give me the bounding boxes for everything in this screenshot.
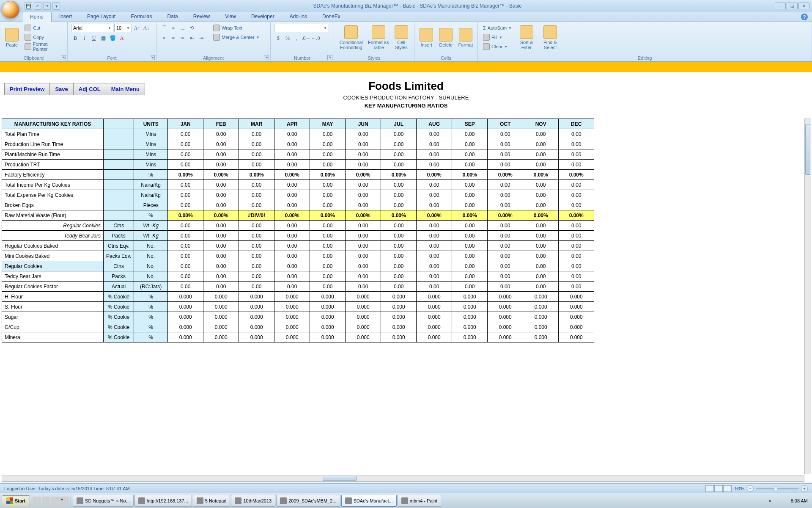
tab-formulas[interactable]: Formulas <box>123 12 159 22</box>
data-cell[interactable]: 0.00 <box>203 139 239 149</box>
data-cell[interactable]: 0.000 <box>274 332 310 342</box>
qat-more-icon[interactable]: ▾ <box>52 2 60 10</box>
close-button[interactable]: ✕ <box>798 3 809 9</box>
data-cell[interactable]: 0.00 <box>310 261 346 271</box>
data-cell[interactable]: 0.000 <box>203 332 239 342</box>
data-cell[interactable]: 0.00 <box>168 129 203 139</box>
data-cell[interactable]: 0.00 <box>452 231 488 241</box>
row-sub[interactable]: Ctns <box>104 221 134 231</box>
format-cells-button[interactable]: Format <box>457 24 474 52</box>
data-cell[interactable]: 0.00 <box>381 231 417 241</box>
italic-button[interactable]: I <box>80 34 89 42</box>
row-units[interactable]: % <box>134 312 168 322</box>
row-sub[interactable] <box>104 210 134 221</box>
data-cell[interactable]: 0.000 <box>417 312 452 322</box>
data-cell[interactable]: 0.00 <box>488 149 523 160</box>
data-cell[interactable]: 0.00 <box>381 190 417 200</box>
data-cell[interactable]: 0.00% <box>310 210 346 221</box>
data-cell[interactable]: 0.00 <box>274 149 310 160</box>
row-sub[interactable]: Ctns <box>104 261 134 271</box>
print-preview-button[interactable]: Print Preview <box>4 83 50 95</box>
taskbar-item[interactable]: http://192.168.137... <box>134 495 192 507</box>
data-cell[interactable]: 0.000 <box>488 322 523 332</box>
data-cell[interactable]: 0.00 <box>452 261 488 271</box>
data-cell[interactable]: 0.00 <box>274 231 310 241</box>
data-cell[interactable]: 0.00 <box>523 160 559 170</box>
row-label[interactable]: Production Line Run Time <box>2 139 104 149</box>
insert-cells-button[interactable]: Insert <box>418 24 435 52</box>
data-cell[interactable]: 0.00 <box>203 160 239 170</box>
row-label[interactable]: Broken Eggs <box>2 200 104 210</box>
data-cell[interactable]: 0.000 <box>274 312 310 322</box>
row-label[interactable]: Sugar <box>2 312 104 322</box>
data-cell[interactable]: 0.00 <box>310 160 346 170</box>
data-cell[interactable]: 0.00 <box>274 160 310 170</box>
row-sub[interactable] <box>104 139 134 149</box>
data-cell[interactable]: 0.000 <box>310 292 346 302</box>
data-cell[interactable]: 0.00 <box>310 149 346 160</box>
data-cell[interactable]: 0.000 <box>452 292 488 302</box>
data-cell[interactable]: 0.000 <box>523 292 559 302</box>
data-cell[interactable]: 0.00 <box>452 190 488 200</box>
data-cell[interactable]: 0.00 <box>559 231 594 241</box>
table-row[interactable]: G/Cup% Cookie%0.0000.0000.0000.0000.0000… <box>2 322 594 332</box>
row-sub[interactable]: Packs <box>104 271 134 282</box>
underline-button[interactable]: U <box>90 34 98 42</box>
sort-filter-button[interactable]: Sort & Filter <box>516 24 537 52</box>
data-cell[interactable]: 0.000 <box>523 312 559 322</box>
data-cell[interactable]: 0.00 <box>523 200 559 210</box>
data-cell[interactable]: 0.00 <box>168 160 203 170</box>
data-cell[interactable]: 0.000 <box>523 322 559 332</box>
data-cell[interactable]: 0.00 <box>239 282 274 292</box>
data-cell[interactable]: 0.00 <box>168 261 203 271</box>
data-cell[interactable]: 0.00 <box>559 261 594 271</box>
data-cell[interactable]: 0.00% <box>274 170 310 180</box>
data-cell[interactable]: 0.00 <box>417 139 452 149</box>
data-cell[interactable]: 0.00 <box>452 200 488 210</box>
data-cell[interactable]: 0.00% <box>523 170 559 180</box>
conditional-formatting-button[interactable]: Conditional Formatting <box>337 24 365 52</box>
font-size-combo[interactable]: 10▼ <box>114 24 132 32</box>
data-cell[interactable]: 0.000 <box>346 322 381 332</box>
table-row[interactable]: Broken EggsPieces0.000.000.000.000.000.0… <box>2 200 594 210</box>
data-cell[interactable]: 0.000 <box>346 312 381 322</box>
row-units[interactable]: No. <box>134 251 168 261</box>
table-row[interactable]: Total Expense Per Kg CookiesNaira/Kg0.00… <box>2 190 594 200</box>
row-label[interactable]: S. Flour <box>2 302 104 312</box>
data-cell[interactable]: 0.00 <box>203 149 239 160</box>
data-cell[interactable]: 0.000 <box>523 332 559 342</box>
table-row[interactable]: Regular CookiesCtnsWt -Kg0.000.000.000.0… <box>2 221 594 231</box>
data-cell[interactable]: 0.000 <box>346 332 381 342</box>
number-format-combo[interactable]: ▼ <box>274 24 329 32</box>
data-cell[interactable]: 0.000 <box>203 302 239 312</box>
data-cell[interactable]: 0.00 <box>346 160 381 170</box>
zoom-in-button[interactable]: + <box>801 485 808 492</box>
data-cell[interactable]: 0.000 <box>417 322 452 332</box>
column-header[interactable]: UNITS <box>134 119 168 129</box>
row-sub[interactable]: Packs <box>104 231 134 241</box>
data-cell[interactable]: 0.00 <box>346 190 381 200</box>
data-cell[interactable]: 0.000 <box>310 322 346 332</box>
data-cell[interactable]: 0.000 <box>203 292 239 302</box>
data-cell[interactable]: 0.000 <box>168 302 203 312</box>
row-units[interactable]: % <box>134 292 168 302</box>
save-button[interactable]: Save <box>50 83 73 95</box>
data-cell[interactable]: 0.00 <box>239 271 274 282</box>
bold-button[interactable]: B <box>71 34 80 42</box>
data-cell[interactable]: 0.00 <box>523 261 559 271</box>
copy-button[interactable]: Copy <box>23 33 64 41</box>
data-cell[interactable]: 0.00% <box>346 170 381 180</box>
data-cell[interactable]: 0.00 <box>239 160 274 170</box>
row-sub[interactable] <box>104 170 134 180</box>
data-cell[interactable]: 0.000 <box>381 322 417 332</box>
row-sub[interactable] <box>104 149 134 160</box>
data-cell[interactable]: 0.000 <box>239 322 274 332</box>
data-cell[interactable]: 0.00 <box>310 231 346 241</box>
data-cell[interactable]: 0.000 <box>168 322 203 332</box>
data-cell[interactable]: 0.00 <box>488 129 523 139</box>
dialog-launcher-icon[interactable]: ⬊ <box>264 55 269 60</box>
row-label[interactable]: Plant/Machine Run Time <box>2 149 104 160</box>
row-units[interactable]: No. <box>134 271 168 282</box>
data-cell[interactable]: 0.00 <box>523 231 559 241</box>
row-label[interactable]: Regular Cookies <box>2 261 104 271</box>
